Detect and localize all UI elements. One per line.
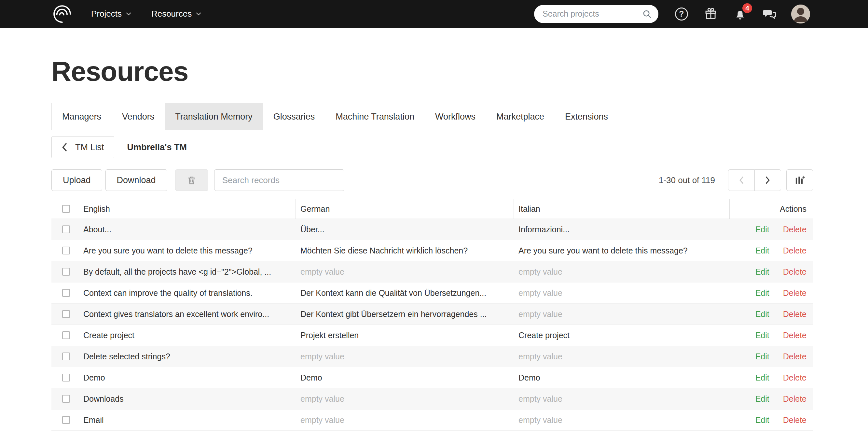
row-checkbox[interactable] — [62, 289, 70, 297]
edit-link[interactable]: Edit — [755, 352, 769, 361]
help-button[interactable] — [674, 6, 689, 22]
english-cell: Downloads — [79, 394, 296, 404]
tab-managers[interactable]: Managers — [52, 103, 112, 130]
edit-link[interactable]: Edit — [755, 373, 769, 382]
row-checkbox[interactable] — [62, 331, 70, 339]
tab-extensions[interactable]: Extensions — [555, 103, 618, 130]
german-cell: Über... — [296, 225, 514, 234]
italian-cell: empty value — [514, 267, 730, 277]
actions-cell: EditDelete — [730, 415, 813, 425]
messages-button[interactable] — [762, 6, 777, 22]
table-header: English German Italian Actions — [52, 199, 813, 219]
edit-link[interactable]: Edit — [755, 331, 769, 340]
edit-link[interactable]: Edit — [755, 267, 769, 276]
german-cell: empty value — [296, 352, 514, 361]
edit-link[interactable]: Edit — [755, 310, 769, 319]
navbar-icons: 4 — [674, 5, 810, 24]
english-cell: By default, all the projects have <g id=… — [79, 267, 296, 277]
tab-workflows[interactable]: Workflows — [425, 103, 486, 130]
pagination-range: 1-30 out of 119 — [659, 175, 715, 185]
chevron-left-icon — [739, 176, 744, 184]
edit-link[interactable]: Edit — [755, 288, 769, 297]
user-avatar[interactable] — [791, 5, 810, 24]
table-body: About...Über...Informazioni...EditDelete… — [52, 219, 813, 431]
italian-cell: Informazioni... — [514, 225, 730, 234]
next-page-button[interactable] — [754, 169, 781, 191]
actions-cell: EditDelete — [730, 267, 813, 277]
logo-icon — [53, 4, 72, 24]
row-checkbox[interactable] — [62, 268, 70, 276]
tab-glossaries[interactable]: Glossaries — [263, 103, 326, 130]
table-row: Emailempty valueempty valueEditDelete — [52, 409, 813, 431]
nav-projects[interactable]: Projects — [91, 9, 131, 19]
row-checkbox[interactable] — [62, 310, 70, 318]
delete-link[interactable]: Delete — [783, 288, 806, 297]
row-checkbox-cell — [52, 247, 79, 254]
table-row: Downloadsempty valueempty valueEditDelet… — [52, 388, 813, 409]
nav-resources-label: Resources — [151, 9, 192, 19]
records-search-input[interactable] — [214, 169, 344, 191]
delete-link[interactable]: Delete — [783, 394, 806, 403]
delete-link[interactable]: Delete — [783, 267, 806, 276]
search-input[interactable] — [542, 9, 642, 19]
german-cell: Projekt erstellen — [296, 331, 514, 340]
row-checkbox-cell — [52, 310, 79, 318]
tm-list-back-button[interactable]: TM List — [52, 136, 114, 159]
tab-vendors[interactable]: Vendors — [112, 103, 165, 130]
delete-link[interactable]: Delete — [783, 331, 806, 340]
delete-link[interactable]: Delete — [783, 373, 806, 382]
delete-link[interactable]: Delete — [783, 310, 806, 319]
messages-icon — [763, 7, 776, 21]
help-icon — [675, 7, 688, 21]
delete-link[interactable]: Delete — [783, 352, 806, 361]
row-checkbox-cell — [52, 331, 79, 339]
nav-projects-label: Projects — [91, 9, 122, 19]
actions-cell: EditDelete — [730, 310, 813, 319]
row-checkbox-cell — [52, 352, 79, 360]
actions-cell: EditDelete — [730, 246, 813, 255]
gift-icon — [704, 7, 718, 21]
row-checkbox[interactable] — [62, 352, 70, 360]
edit-link[interactable]: Edit — [755, 415, 769, 425]
edit-link[interactable]: Edit — [755, 394, 769, 403]
toolbar: Upload Download 1-30 out of 119 — [52, 169, 813, 191]
delete-link[interactable]: Delete — [783, 415, 806, 425]
german-cell: Der Kontext kann die Qualität von Überse… — [296, 288, 514, 298]
tab-machine-translation[interactable]: Machine Translation — [325, 103, 425, 130]
app-logo[interactable] — [52, 3, 73, 25]
actions-cell: EditDelete — [730, 288, 813, 298]
row-checkbox-cell — [52, 395, 79, 403]
configure-columns-button[interactable] — [786, 169, 813, 191]
delete-selected-button[interactable] — [175, 169, 208, 191]
row-checkbox[interactable] — [62, 226, 70, 233]
delete-link[interactable]: Delete — [783, 246, 806, 255]
nav-resources[interactable]: Resources — [151, 9, 201, 19]
english-cell: Email — [79, 415, 296, 425]
edit-link[interactable]: Edit — [755, 225, 769, 234]
german-cell: Möchten Sie diese Nachricht wirklich lös… — [296, 246, 514, 255]
actions-cell: EditDelete — [730, 331, 813, 340]
previous-page-button[interactable] — [728, 169, 755, 191]
gift-button[interactable] — [703, 6, 718, 22]
row-checkbox[interactable] — [62, 395, 70, 403]
tab-translation-memory[interactable]: Translation Memory — [165, 103, 263, 130]
italian-cell: empty value — [514, 415, 730, 425]
german-cell: Demo — [296, 373, 514, 382]
download-button[interactable]: Download — [105, 169, 167, 191]
notifications-button[interactable]: 4 — [733, 6, 748, 22]
upload-button[interactable]: Upload — [52, 169, 102, 191]
english-cell: Delete selected strings? — [79, 352, 296, 361]
italian-cell: empty value — [514, 288, 730, 298]
german-cell: empty value — [296, 394, 514, 404]
actions-cell: EditDelete — [730, 394, 813, 404]
row-checkbox[interactable] — [62, 374, 70, 381]
tab-marketplace[interactable]: Marketplace — [486, 103, 555, 130]
delete-link[interactable]: Delete — [783, 225, 806, 234]
edit-link[interactable]: Edit — [755, 246, 769, 255]
nav-links: Projects Resources — [91, 9, 201, 19]
row-checkbox[interactable] — [62, 247, 70, 254]
page-title: Resources — [52, 57, 813, 86]
english-cell: Create project — [79, 331, 296, 340]
select-all-checkbox[interactable] — [62, 205, 70, 213]
row-checkbox[interactable] — [62, 416, 70, 424]
